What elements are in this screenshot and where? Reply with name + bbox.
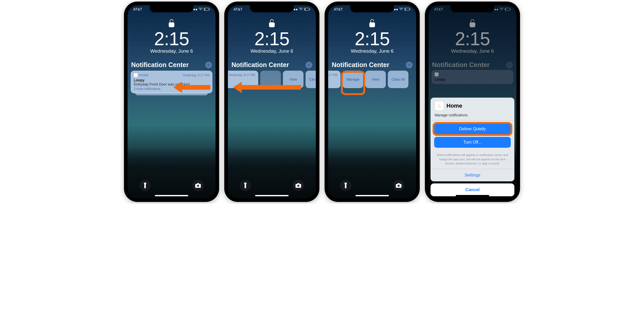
- wifi-icon: [399, 8, 403, 11]
- home-app-icon: ⌂: [134, 73, 138, 77]
- action-sheet: ⌂ Home Manage notifications Deliver Quie…: [431, 98, 514, 196]
- notification-card-swiped[interactable]: 17 PM: [328, 71, 341, 88]
- notification-center-title: Notification Center: [231, 61, 289, 69]
- notch: [150, 5, 193, 12]
- flashlight-button[interactable]: [139, 180, 151, 191]
- svg-rect-2: [204, 8, 205, 10]
- svg-rect-1: [209, 9, 210, 10]
- view-button[interactable]: View: [365, 71, 386, 88]
- battery-icon: [204, 8, 210, 11]
- carrier: AT&T: [334, 7, 343, 11]
- wifi-icon: [299, 8, 303, 11]
- lock-time: 2:15: [228, 28, 316, 49]
- clear-all-button[interactable]: ×: [406, 62, 413, 68]
- wifi-icon: [199, 8, 203, 11]
- unlock-icon: [128, 19, 216, 28]
- arrow-annotation: [233, 82, 301, 93]
- home-app-icon: ⌂: [435, 101, 444, 110]
- camera-button[interactable]: [293, 180, 304, 191]
- turn-off-button[interactable]: Turn Off...: [434, 137, 511, 148]
- highlight-annotation: [341, 71, 365, 95]
- phone-frame-2: AT&T ●●● 2:15 Wednesday, June 6 Notifica…: [224, 2, 319, 202]
- svg-point-19: [398, 185, 400, 187]
- svg-rect-8: [309, 9, 310, 10]
- camera-button[interactable]: [393, 180, 404, 191]
- flashlight-button[interactable]: [240, 180, 251, 191]
- notification-center-title: Notification Center: [131, 61, 189, 69]
- svg-rect-3: [169, 23, 174, 27]
- clear-all-swipe-button[interactable]: Clear All: [306, 71, 316, 88]
- home-indicator[interactable]: [255, 195, 289, 196]
- battery-icon: [304, 8, 310, 11]
- clear-all-button[interactable]: ×: [306, 62, 312, 68]
- phone-frame-1: AT&T ●●● 2:15 Wednesday, June 6 Notifica…: [124, 2, 219, 202]
- svg-rect-6: [197, 183, 199, 184]
- flashlight-button[interactable]: [340, 180, 351, 191]
- settings-button[interactable]: Settings: [431, 169, 514, 181]
- highlight-annotation: [433, 122, 512, 136]
- svg-rect-10: [269, 23, 274, 27]
- notch: [250, 5, 294, 12]
- svg-rect-20: [398, 183, 400, 184]
- svg-rect-16: [405, 8, 406, 10]
- clear-all-swipe-button[interactable]: Clear All: [388, 71, 408, 88]
- lock-time: 2:15: [128, 28, 216, 49]
- home-indicator[interactable]: [456, 195, 489, 196]
- carrier: AT&T: [234, 7, 243, 11]
- svg-rect-9: [305, 8, 306, 10]
- home-indicator[interactable]: [355, 195, 389, 196]
- svg-rect-15: [410, 9, 410, 10]
- clear-all-button[interactable]: ×: [205, 62, 212, 68]
- sheet-subtitle: Manage notifications: [431, 113, 514, 120]
- lock-date: Wednesday, June 6: [328, 48, 416, 54]
- notification-app: ⌂HOME: [134, 73, 149, 77]
- notification-time: Yesterday, 6:17 PM: [183, 73, 209, 77]
- svg-point-5: [197, 185, 199, 187]
- notch: [350, 5, 394, 12]
- battery-icon: [404, 8, 410, 11]
- phone-frame-4: AT&T ●●● 2:15 Wednesday, June 6 Notifica…: [425, 2, 520, 202]
- lock-time: 2:15: [328, 28, 416, 49]
- svg-rect-17: [370, 23, 375, 27]
- camera-button[interactable]: [192, 180, 204, 191]
- carrier: AT&T: [133, 7, 142, 11]
- status-icons: ●●●: [191, 7, 210, 11]
- arrow-annotation: [173, 82, 210, 93]
- home-indicator[interactable]: [155, 195, 188, 196]
- unlock-icon: [328, 19, 416, 28]
- sheet-app-name: Home: [446, 102, 462, 109]
- lock-date: Wednesday, June 6: [228, 48, 316, 54]
- notification-center-title: Notification Center: [332, 61, 389, 69]
- phone-frame-3: AT&T ●●● 2:15 Wednesday, June 6 Notifica…: [325, 2, 420, 202]
- status-icons: ●●●: [392, 7, 410, 11]
- unlock-icon: [228, 19, 316, 28]
- status-icons: ●●●: [291, 7, 310, 11]
- svg-point-12: [297, 185, 299, 187]
- sheet-fine-print: Quiet notifications will appear in notif…: [431, 152, 514, 169]
- lock-date: Wednesday, June 6: [128, 48, 216, 54]
- cancel-button[interactable]: Cancel: [431, 183, 514, 196]
- svg-rect-13: [297, 183, 299, 184]
